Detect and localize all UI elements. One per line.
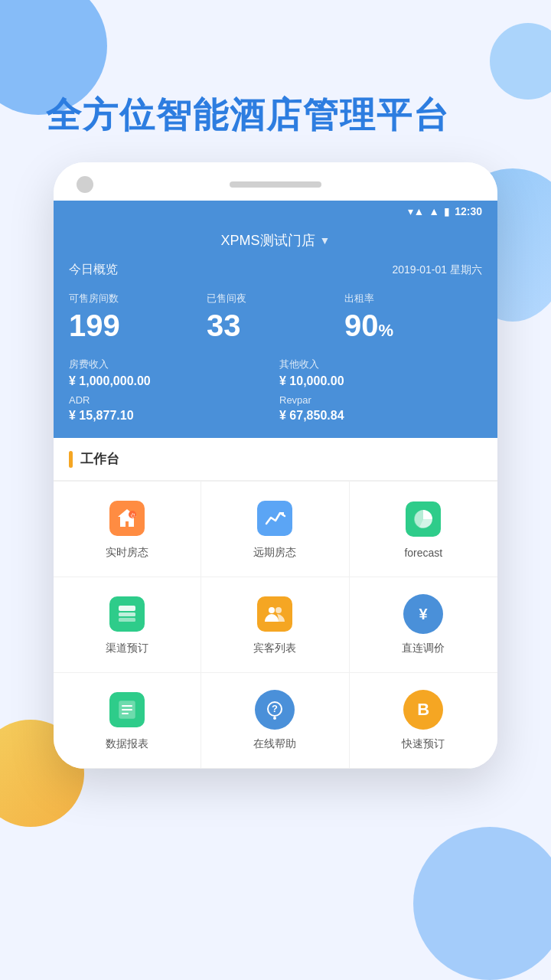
svg-text:?: ? [272, 703, 279, 714]
menu-item-forecast[interactable]: forecast [350, 482, 497, 577]
svg-text:¥: ¥ [419, 606, 429, 622]
stat-available-rooms-value: 199 [69, 309, 207, 342]
overview-title: 今日概览 [69, 262, 118, 278]
menu-item-future[interactable]: 远期房态 [201, 482, 349, 577]
realtime-icon: ⏱ [107, 498, 147, 538]
phone-bezel [54, 162, 497, 201]
workbench: 工作台 ⏱ 实时房态 [54, 438, 497, 769]
channel-icon [107, 594, 147, 634]
stat-sold-rooms-label: 已售间夜 [207, 292, 344, 305]
menu-grid: ⏱ 实时房态 远期房态 [54, 481, 497, 769]
pricing-icon: ¥ [403, 594, 443, 634]
svg-rect-5 [119, 618, 135, 622]
other-revenue: 其他收入 ¥ 10,000.00 Revpar ¥ 67,850.84 [279, 358, 482, 423]
phone-mockup: ▾▲ ▲ ▮ 12:30 XPMS测试门店 ▼ 今日概览 2019-01-01 … [54, 162, 497, 769]
svg-point-15 [273, 717, 276, 720]
battery-icon: ▮ [444, 205, 450, 217]
store-name-dropdown-icon: ▼ [320, 234, 331, 247]
stat-occupancy-value: 90% [344, 309, 482, 342]
room-revenue-label: 房费收入 [69, 358, 272, 371]
menu-label-reports: 数据报表 [106, 737, 148, 751]
menu-item-pricing[interactable]: ¥ 直连调价 [350, 577, 497, 673]
future-icon [255, 498, 295, 538]
overview-header: 今日概览 2019-01-01 星期六 [69, 262, 482, 278]
stat-available-rooms-label: 可售房间数 [69, 292, 207, 305]
adr-label: ADR [69, 394, 272, 406]
overview-date: 2019-01-01 星期六 [392, 263, 482, 277]
room-revenue: 房费收入 ¥ 1,000,000.00 ADR ¥ 15,877.10 [69, 358, 272, 423]
workbench-title: 工作台 [80, 450, 119, 468]
menu-label-guests: 宾客列表 [253, 642, 296, 655]
menu-label-pricing: 直连调价 [402, 642, 445, 655]
svg-point-7 [276, 607, 282, 613]
stat-occupancy-label: 出租率 [344, 292, 482, 305]
svg-point-6 [269, 607, 275, 613]
menu-label-help: 在线帮助 [253, 737, 296, 751]
workbench-header: 工作台 [54, 438, 497, 481]
other-revenue-label: 其他收入 [279, 358, 482, 371]
menu-label-forecast: forecast [404, 547, 442, 559]
income-row: 房费收入 ¥ 1,000,000.00 ADR ¥ 15,877.10 其他收入… [69, 358, 482, 423]
revpar-label: Revpar [279, 394, 482, 406]
phone-camera [77, 176, 93, 193]
svg-text:⏱: ⏱ [130, 513, 135, 518]
signal-icon: ▲ [429, 205, 439, 217]
status-time: 12:30 [455, 205, 482, 217]
stat-available-rooms: 可售房间数 199 [69, 292, 207, 342]
menu-label-booking: 快速预订 [402, 737, 445, 751]
svg-rect-4 [119, 612, 135, 616]
store-name[interactable]: XPMS测试门店 ▼ [69, 231, 482, 250]
stats-row: 可售房间数 199 已售间夜 33 出租率 90% [69, 292, 482, 342]
stat-sold-rooms-value: 33 [207, 309, 344, 342]
menu-item-booking[interactable]: B 快速预订 [350, 673, 497, 769]
menu-label-future: 远期房态 [253, 546, 296, 560]
booking-icon: B [403, 690, 443, 730]
menu-item-help[interactable]: ? 在线帮助 [201, 673, 349, 769]
reports-icon [107, 690, 147, 730]
help-icon: ? [255, 690, 295, 730]
status-bar: ▾▲ ▲ ▮ 12:30 [54, 201, 497, 222]
menu-item-reports[interactable]: 数据报表 [54, 673, 201, 769]
menu-item-channel[interactable]: 渠道预订 [54, 577, 201, 673]
room-revenue-value: ¥ 1,000,000.00 [69, 374, 272, 388]
workbench-bar-decoration [69, 451, 73, 468]
decoration-blob-bottom-right [413, 827, 551, 980]
adr-value: ¥ 15,877.10 [69, 409, 272, 423]
phone-speaker [230, 181, 321, 188]
revpar-value: ¥ 67,850.84 [279, 409, 482, 423]
store-name-text: XPMS测试门店 [221, 231, 315, 250]
stat-sold-rooms: 已售间夜 33 [207, 292, 344, 342]
wifi-icon: ▾▲ [408, 205, 424, 217]
menu-item-realtime[interactable]: ⏱ 实时房态 [54, 482, 201, 577]
menu-label-channel: 渠道预订 [106, 642, 148, 655]
page-title: 全方位智能酒店管理平台 [0, 0, 551, 162]
svg-rect-3 [119, 606, 135, 611]
app-header: XPMS测试门店 ▼ 今日概览 2019-01-01 星期六 可售房间数 199… [54, 222, 497, 438]
menu-item-guests[interactable]: 宾客列表 [201, 577, 349, 673]
guests-icon [255, 594, 295, 634]
menu-label-realtime: 实时房态 [106, 546, 148, 560]
stat-occupancy: 出租率 90% [344, 292, 482, 342]
forecast-icon [403, 499, 443, 539]
other-revenue-value: ¥ 10,000.00 [279, 374, 482, 388]
